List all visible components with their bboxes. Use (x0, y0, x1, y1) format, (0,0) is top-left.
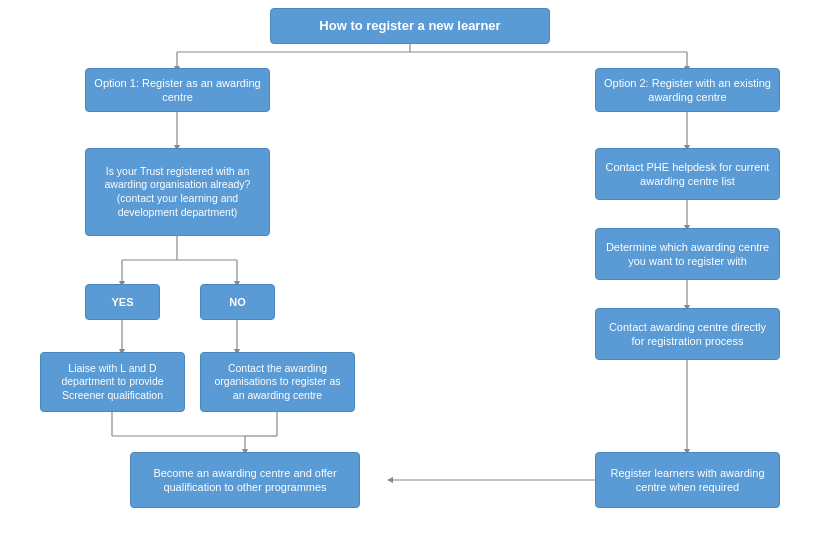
yes-box: YES (85, 284, 160, 320)
contact-org-box: Contact the awarding organisations to re… (200, 352, 355, 412)
register-learners-box: Register learners with awarding centre w… (595, 452, 780, 508)
become-box: Become an awarding centre and offer qual… (130, 452, 360, 508)
contact-direct-box: Contact awarding centre directly for reg… (595, 308, 780, 360)
determine-box: Determine which awarding centre you want… (595, 228, 780, 280)
phe-box: Contact PHE helpdesk for current awardin… (595, 148, 780, 200)
liaise-box: Liaise with L and D department to provid… (40, 352, 185, 412)
no-box: NO (200, 284, 275, 320)
svg-marker-35 (387, 477, 393, 483)
option1-box: Option 1: Register as an awarding centre (85, 68, 270, 112)
title-box: How to register a new learner (270, 8, 550, 44)
trust-box: Is your Trust registered with an awardin… (85, 148, 270, 236)
diagram-container: How to register a new learner Option 1: … (0, 0, 820, 535)
option2-box: Option 2: Register with an existing awar… (595, 68, 780, 112)
